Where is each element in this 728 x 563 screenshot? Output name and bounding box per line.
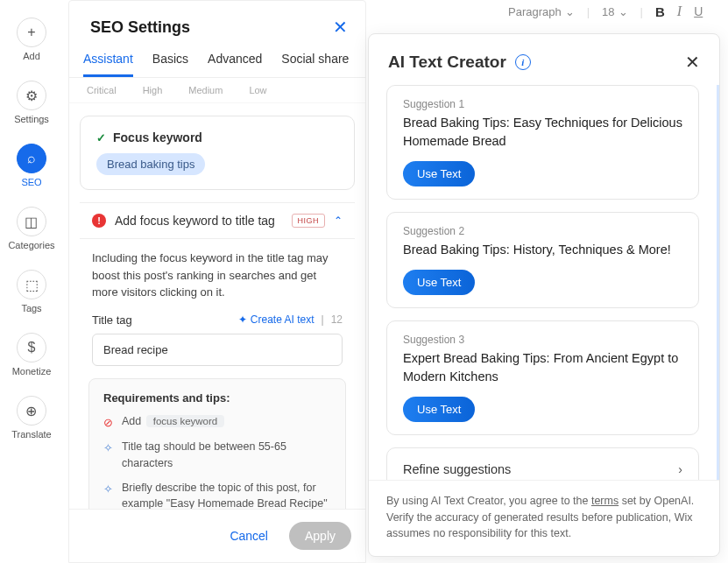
sidebar-item-add[interactable]: + Add bbox=[17, 18, 46, 61]
title-tag-input[interactable] bbox=[92, 334, 343, 366]
dollar-icon: $ bbox=[17, 333, 46, 362]
suggestion-1: Suggestion 1 Bread Baking Tips: Easy Tec… bbox=[386, 85, 699, 200]
sidebar-item-tags[interactable]: ⬚ Tags bbox=[17, 270, 46, 313]
plus-icon: + bbox=[17, 18, 46, 47]
create-ai-text-button[interactable]: ✦ Create AI text bbox=[238, 313, 315, 326]
check-icon: ✓ bbox=[96, 131, 106, 144]
sidebar-item-categories[interactable]: ◫ Categories bbox=[8, 207, 54, 250]
seo-settings-panel: SEO Settings ✕ Assistant Basics Advanced… bbox=[68, 0, 366, 563]
sidebar-item-translate[interactable]: ⊕ Translate bbox=[11, 396, 51, 440]
sidebar-label: Add bbox=[23, 51, 40, 61]
fontsize-dropdown[interactable]: 18 ⌄ bbox=[602, 5, 627, 18]
italic-button[interactable]: I bbox=[677, 4, 682, 19]
title-tag-label: Title tag bbox=[92, 313, 132, 327]
sidebar-label: Translate bbox=[11, 429, 51, 440]
chevron-up-icon: ⌃ bbox=[334, 215, 343, 227]
seo-tabs: Assistant Basics Advanced Social share bbox=[69, 46, 365, 78]
use-text-button[interactable]: Use Text bbox=[403, 397, 475, 422]
suggestion-2: Suggestion 2 Bread Baking Tips: History,… bbox=[386, 212, 699, 308]
tab-social-share[interactable]: Social share bbox=[281, 52, 349, 77]
sidebar-label: Monetize bbox=[12, 366, 52, 377]
focus-keyword-inline-pill: focus keyword bbox=[146, 415, 225, 427]
severity-badge: HIGH bbox=[292, 214, 326, 228]
refine-suggestions[interactable]: Refine suggestions › bbox=[386, 447, 699, 480]
sparkle-icon: ✦ bbox=[238, 313, 247, 326]
tab-assistant[interactable]: Assistant bbox=[83, 52, 133, 77]
requirement-add-keyword: ⊘ Add focus keyword bbox=[103, 413, 331, 432]
terms-link[interactable]: terms bbox=[591, 495, 618, 507]
issue-title: Add focus keyword to title tag bbox=[115, 214, 275, 228]
bold-button[interactable]: B bbox=[655, 4, 665, 19]
panel-title: SEO Settings bbox=[90, 18, 190, 37]
close-icon[interactable]: ✕ bbox=[333, 17, 348, 38]
error-icon: ⊘ bbox=[103, 414, 113, 432]
filter-medium[interactable]: Medium bbox=[188, 85, 223, 95]
tab-advanced[interactable]: Advanced bbox=[208, 52, 262, 77]
ai-text-creator-panel: AI Text Creator i ✕ Suggestion 1 Bread B… bbox=[368, 33, 720, 557]
chevron-right-icon: › bbox=[678, 462, 682, 476]
underline-button[interactable]: U bbox=[694, 4, 703, 18]
chevron-down-icon: ⌄ bbox=[618, 5, 628, 18]
suggestion-3: Suggestion 3 Expert Bread Baking Tips: F… bbox=[386, 320, 699, 435]
focus-keyword-card: ✓ Focus keyword Bread baking tips bbox=[80, 116, 355, 190]
severity-filters: Critical High Medium Low bbox=[69, 78, 365, 103]
sidebar-label: Settings bbox=[14, 114, 49, 124]
sidebar-item-monetize[interactable]: $ Monetize bbox=[12, 333, 52, 377]
requirement-describe: ✧ Briefly describe the topic of this pos… bbox=[103, 480, 331, 513]
char-count: 12 bbox=[331, 313, 343, 326]
suggestion-number: Suggestion 2 bbox=[403, 225, 682, 237]
sidebar-item-seo[interactable]: ⌕ SEO bbox=[17, 144, 46, 187]
char-separator: | bbox=[322, 313, 324, 326]
paragraph-dropdown[interactable]: Paragraph ⌄ bbox=[508, 5, 575, 18]
gear-icon: ⚙ bbox=[17, 81, 46, 110]
categories-icon: ◫ bbox=[17, 207, 46, 236]
suggestion-number: Suggestion 1 bbox=[403, 98, 682, 110]
use-text-button[interactable]: Use Text bbox=[403, 161, 475, 186]
sidebar-label: SEO bbox=[21, 177, 41, 187]
ai-panel-title: AI Text Creator i bbox=[388, 53, 531, 72]
suggestion-text: Expert Bread Baking Tips: From Ancient E… bbox=[403, 349, 682, 386]
editor-toolbar: Paragraph ⌄ | 18 ⌄ | B I U bbox=[508, 4, 703, 19]
requirement-length: ✧ Title tag should be between 55-65 char… bbox=[103, 439, 331, 472]
suggestion-text: Bread Baking Tips: History, Techniques &… bbox=[403, 241, 682, 259]
search-icon: ⌕ bbox=[17, 144, 46, 173]
ai-disclaimer: By using AI Text Creator, you agree to t… bbox=[369, 480, 719, 556]
globe-icon: ⊕ bbox=[17, 396, 46, 426]
focus-keyword-label: Focus keyword bbox=[113, 130, 202, 144]
sidebar-item-settings[interactable]: ⚙ Settings bbox=[14, 81, 49, 124]
suggestion-text: Bread Baking Tips: Easy Techniques for D… bbox=[403, 114, 682, 151]
tags-icon: ⬚ bbox=[17, 270, 46, 299]
sidebar-label: Categories bbox=[8, 240, 54, 250]
info-icon[interactable]: i bbox=[515, 54, 531, 70]
suggestion-number: Suggestion 3 bbox=[403, 334, 682, 346]
issue-description: Including the focus keyword in the title… bbox=[80, 239, 355, 301]
filter-low[interactable]: Low bbox=[249, 85, 266, 95]
tab-basics[interactable]: Basics bbox=[152, 52, 188, 77]
issue-header[interactable]: ! Add focus keyword to title tag HIGH ⌃ bbox=[80, 202, 355, 239]
close-icon[interactable]: ✕ bbox=[685, 52, 700, 73]
cancel-button[interactable]: Cancel bbox=[217, 522, 280, 550]
filter-critical[interactable]: Critical bbox=[87, 85, 117, 95]
use-text-button[interactable]: Use Text bbox=[403, 270, 475, 295]
lightbulb-icon: ✧ bbox=[103, 481, 113, 498]
requirements-heading: Requirements and tips: bbox=[103, 391, 331, 405]
panel-footer: Cancel Apply bbox=[69, 509, 365, 562]
lightbulb-icon: ✧ bbox=[103, 440, 113, 457]
left-sidebar: + Add ⚙ Settings ⌕ SEO ◫ Categories ⬚ Ta… bbox=[0, 0, 63, 563]
filter-high[interactable]: High bbox=[143, 85, 163, 95]
keyword-pill[interactable]: Bread baking tips bbox=[96, 153, 205, 175]
chevron-down-icon: ⌄ bbox=[565, 5, 575, 18]
sidebar-label: Tags bbox=[21, 303, 41, 313]
error-icon: ! bbox=[92, 214, 106, 228]
apply-button[interactable]: Apply bbox=[289, 522, 351, 550]
